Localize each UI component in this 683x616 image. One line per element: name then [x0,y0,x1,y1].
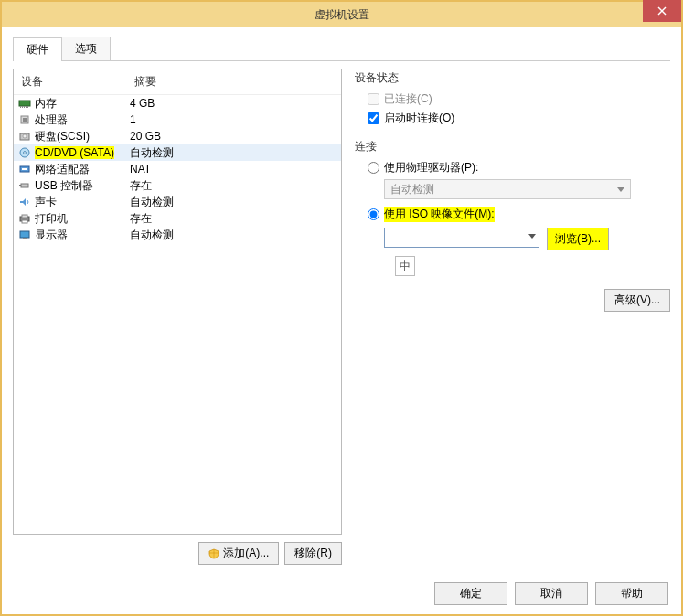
hardware-name: 内存 [35,96,130,112]
ok-button[interactable]: 确定 [434,582,507,605]
add-button-label: 添加(A)... [223,546,269,561]
svg-rect-6 [26,106,27,108]
svg-rect-16 [21,184,28,187]
close-icon [657,6,667,16]
svg-rect-15 [22,168,27,170]
iso-path-input[interactable] [384,228,539,248]
col-header-summary[interactable]: 摘要 [127,69,341,94]
svg-rect-17 [19,185,21,186]
left-panel: 设备 摘要 内存4 GB处理器1硬盘(SCSI)20 GBCD/DVD (SAT… [13,69,342,565]
connected-checkbox [368,93,379,105]
hardware-name: 硬盘(SCSI) [35,129,130,144]
hardware-summary: 4 GB [130,97,337,110]
svg-rect-9 [23,118,27,122]
ok-button-label: 确定 [460,586,482,601]
tabs: 硬件 选项 [13,37,670,61]
advanced-row: 高级(V)... [368,289,670,312]
svg-rect-5 [24,106,25,108]
hardware-list: 设备 摘要 内存4 GB处理器1硬盘(SCSI)20 GBCD/DVD (SAT… [13,69,342,535]
hardware-name: 网络适配器 [35,162,130,177]
close-button[interactable] [643,0,681,22]
connected-row: 已连接(C) [368,91,670,107]
hardware-summary: 20 GB [130,130,337,143]
help-button-label: 帮助 [621,586,643,601]
usb-icon [17,179,32,192]
svg-rect-3 [20,106,21,108]
col-header-device[interactable]: 设备 [14,69,127,94]
advanced-button[interactable]: 高级(V)... [604,289,670,312]
hardware-summary: 存在 [130,178,337,194]
connection-group: 连接 使用物理驱动器(P): 自动检测 使用 ISO 映像文件(M): [355,139,670,312]
use-physical-radio[interactable] [368,162,379,174]
svg-rect-7 [27,106,28,108]
cpu-icon [17,113,32,126]
hardware-summary: 存在 [130,211,337,227]
svg-point-13 [24,152,27,154]
use-iso-label[interactable]: 使用 ISO 映像文件(M): [384,207,495,222]
main-area: 设备 摘要 内存4 GB处理器1硬盘(SCSI)20 GBCD/DVD (SAT… [13,69,670,565]
use-iso-row: 使用 ISO 映像文件(M): [368,207,670,222]
hardware-name: 打印机 [35,211,130,227]
sound-icon [17,196,32,208]
display-icon [17,228,32,241]
hardware-name: CD/DVD (SATA) [35,146,130,159]
advanced-button-label: 高级(V)... [614,292,660,308]
connection-label: 连接 [355,139,670,154]
window-title: 虚拟机设置 [315,7,369,23]
device-status-group: 设备状态 已连接(C) 启动时连接(O) [355,70,670,126]
tab-hardware[interactable]: 硬件 [13,37,62,61]
remove-button[interactable]: 移除(R) [284,542,342,565]
browse-button[interactable]: 浏览(B)... [547,228,609,250]
ime-indicator[interactable]: 中 [395,256,415,276]
left-buttons: 添加(A)... 移除(R) [13,542,342,565]
svg-rect-4 [22,106,23,108]
tab-options[interactable]: 选项 [61,37,111,60]
hardware-summary: NAT [130,163,337,175]
hardware-name: USB 控制器 [35,178,130,194]
connect-at-poweron-checkbox[interactable] [368,112,379,124]
use-iso-radio[interactable] [368,208,379,220]
hardware-summary: 1 [130,113,337,126]
svg-rect-21 [20,231,29,238]
physical-drive-value: 自动检测 [390,182,434,197]
use-physical-row: 使用物理驱动器(P): [368,160,670,175]
svg-rect-19 [22,215,27,218]
connected-label: 已连接(C) [384,91,432,107]
hardware-name: 处理器 [35,112,130,128]
svg-rect-22 [23,238,27,239]
browse-button-label: 浏览(B)... [555,232,601,245]
hardware-row[interactable]: 打印机存在 [14,210,341,227]
dialog-buttons: 确定 取消 帮助 [434,582,668,605]
remove-button-label: 移除(R) [294,546,332,561]
svg-point-11 [23,134,27,138]
hardware-row[interactable]: 显示器自动检测 [14,227,341,243]
hardware-row[interactable]: 处理器1 [14,112,341,128]
svg-rect-2 [19,101,30,106]
iso-row: 浏览(B)... [384,228,670,250]
hardware-rows: 内存4 GB处理器1硬盘(SCSI)20 GBCD/DVD (SATA)自动检测… [14,95,341,243]
hardware-row[interactable]: 内存4 GB [14,95,341,112]
physical-drive-select: 自动检测 [384,179,631,199]
memory-icon [17,97,32,110]
hardware-summary: 自动检测 [130,195,337,210]
hardware-row[interactable]: 硬盘(SCSI)20 GB [14,128,341,144]
hardware-row[interactable]: 网络适配器NAT [14,161,341,177]
cancel-button[interactable]: 取消 [515,582,588,605]
disk-icon [17,130,32,143]
help-button[interactable]: 帮助 [595,582,668,605]
use-physical-label[interactable]: 使用物理驱动器(P): [384,160,478,175]
vm-settings-window: 虚拟机设置 硬件 选项 设备 摘要 内存4 GB处理器1硬盘(SCSI)20 G… [0,0,683,616]
printer-icon [17,212,32,225]
right-panel: 设备状态 已连接(C) 启动时连接(O) 连接 [355,69,670,565]
iso-input-wrap [384,228,539,248]
hardware-row[interactable]: CD/DVD (SATA)自动检测 [14,144,341,161]
content-area: 硬件 选项 设备 摘要 内存4 GB处理器1硬盘(SCSI)20 GBCD/DV… [2,27,681,565]
hardware-list-header: 设备 摘要 [14,69,341,95]
shield-icon [208,548,219,559]
hardware-row[interactable]: USB 控制器存在 [14,177,341,194]
connect-at-poweron-label[interactable]: 启动时连接(O) [384,111,454,126]
hardware-row[interactable]: 声卡自动检测 [14,194,341,210]
hardware-summary: 自动检测 [130,145,337,161]
cd-icon [17,146,32,159]
add-button[interactable]: 添加(A)... [198,542,279,565]
